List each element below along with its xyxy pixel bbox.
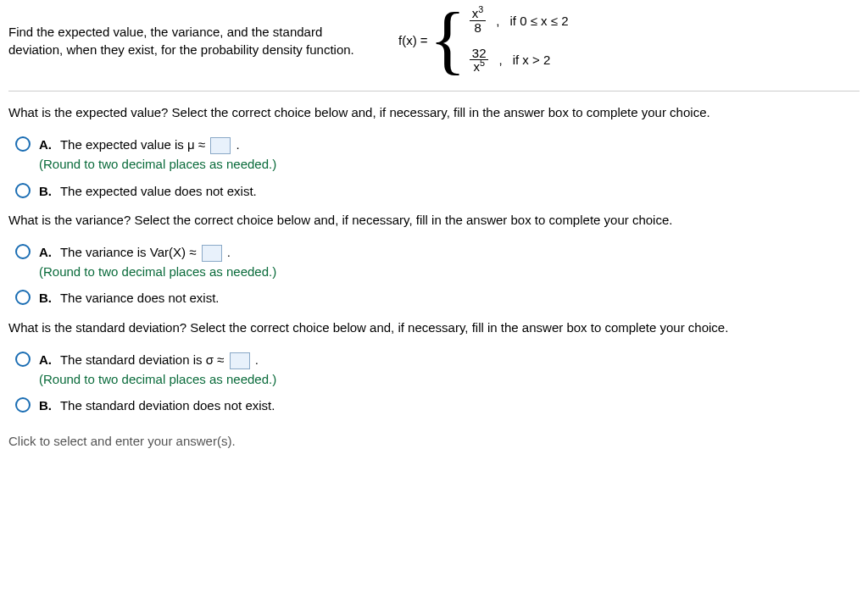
q3-A-text-pre: The standard deviation is σ ≈ (60, 352, 224, 367)
case-2: 32 x5 , if x > 2 (470, 47, 569, 75)
case-1: x3 8 , if 0 ≤ x ≤ 2 (470, 7, 569, 35)
q3-choice-B[interactable]: B. The standard deviation does not exist… (15, 396, 860, 415)
q2-choice-B[interactable]: B. The variance does not exist. (15, 288, 860, 308)
formula-cases: x3 8 , if 0 ≤ x ≤ 2 32 x5 , if x > 2 (470, 7, 569, 74)
q3-A-hint: (Round to two decimal places as needed.) (39, 372, 276, 386)
q1-A-text-post: . (236, 137, 239, 152)
question-variance: What is the variance? Select the correct… (8, 213, 860, 227)
q2-choice-A[interactable]: A. The variance is Var(X) ≈ . (Round to … (15, 242, 860, 282)
q1-A-answer-input[interactable] (210, 137, 231, 154)
choice-label-B: B. (39, 184, 52, 198)
radio-icon[interactable] (15, 290, 31, 305)
radio-icon[interactable] (15, 397, 31, 413)
choice-label-B: B. (39, 291, 52, 305)
choice-label-B: B. (39, 398, 52, 413)
footer-instruction: Click to select and enter your answer(s)… (8, 434, 860, 448)
case1-fraction: x3 8 (470, 7, 487, 35)
q1-A-text-pre: The expected value is μ ≈ (60, 137, 205, 152)
question-header: Find the expected value, the variance, a… (8, 7, 860, 74)
q1-A-hint: (Round to two decimal places as needed.) (39, 157, 276, 171)
q3-B-text: The standard deviation does not exist. (60, 398, 275, 413)
radio-icon[interactable] (15, 244, 31, 259)
piecewise-formula: f(x) = { x3 8 , if 0 ≤ x ≤ 2 32 x5 , if … (398, 7, 568, 74)
q2-A-hint: (Round to two decimal places as needed.) (39, 264, 276, 279)
choice-label-A: A. (39, 352, 52, 367)
radio-icon[interactable] (15, 352, 31, 367)
q3-choice-A[interactable]: A. The standard deviation is σ ≈ . (Roun… (15, 350, 860, 390)
q2-B-text: The variance does not exist. (60, 291, 220, 305)
q1-choice-A[interactable]: A. The expected value is μ ≈ . (Round to… (15, 135, 860, 175)
choice-label-A: A. (39, 137, 52, 152)
formula-lhs: f(x) = (398, 33, 428, 47)
question-expected-value: What is the expected value? Select the c… (8, 105, 860, 119)
case2-condition: if x > 2 (513, 53, 551, 67)
q2-A-answer-input[interactable] (202, 245, 222, 262)
radio-icon[interactable] (15, 183, 31, 198)
q1-B-text: The expected value does not exist. (60, 184, 257, 198)
choice-label-A: A. (39, 245, 52, 259)
q1-choice-B[interactable]: B. The expected value does not exist. (15, 181, 860, 201)
case2-fraction: 32 x5 (470, 47, 489, 75)
q3-A-text-post: . (255, 352, 259, 367)
prompt-text: Find the expected value, the variance, a… (8, 23, 364, 58)
radio-icon[interactable] (15, 136, 31, 152)
q3-A-answer-input[interactable] (230, 352, 250, 369)
q2-A-text-post: . (227, 245, 231, 259)
question-std-dev: What is the standard deviation? Select t… (8, 320, 860, 335)
q2-A-text-pre: The variance is Var(X) ≈ (60, 245, 197, 259)
divider (8, 91, 860, 91)
left-brace: { (430, 8, 466, 73)
case1-condition: if 0 ≤ x ≤ 2 (509, 14, 568, 28)
